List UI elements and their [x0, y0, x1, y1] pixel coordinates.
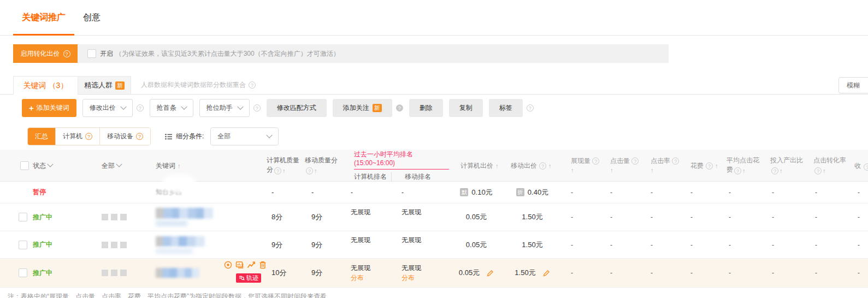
tab-keyword-promotion-label: 关键词推广: [22, 13, 66, 22]
tab-creative-label: 创意: [83, 13, 101, 22]
pc-quality-value: -: [262, 188, 302, 196]
help-icon[interactable]: ?: [814, 167, 822, 174]
column-pc-quality[interactable]: 计算机质量分?↑: [267, 156, 302, 176]
help-icon[interactable]: ?: [592, 157, 599, 165]
report-icon[interactable]: [235, 261, 244, 269]
column-avg-click-cost[interactable]: 平均点击花费?↑: [727, 156, 762, 176]
rank-distribution-link[interactable]: 分布: [401, 273, 415, 283]
plus-icon: +: [29, 104, 34, 112]
column-clicks[interactable]: 点击量 ? ↑: [600, 150, 641, 182]
help-icon[interactable]: ?: [672, 157, 679, 165]
metric-value: -: [805, 213, 848, 221]
help-icon[interactable]: ?: [706, 162, 713, 170]
edit-bid-icon[interactable]: [487, 270, 494, 277]
row-checkbox[interactable]: [19, 268, 27, 277]
tab-keywords[interactable]: 关键词 （3）: [13, 76, 78, 95]
column-truncated[interactable]: 收 ?: [854, 161, 868, 171]
column-roi[interactable]: 投入产出比 ?↑: [770, 156, 805, 176]
grab-top-dropdown[interactable]: 抢首条: [150, 99, 193, 117]
modify-bid-dropdown[interactable]: 修改出价: [82, 99, 133, 117]
help-icon[interactable]: ?: [306, 167, 313, 174]
keyword-audience-tabs: 关键词 （3） 精选人群 新 人群数据和关键词数据部分数据重合 ? 模糊: [0, 76, 868, 95]
help-icon[interactable]: ?: [136, 133, 143, 140]
column-mobile-quality[interactable]: 移动质量分?↑: [305, 156, 343, 176]
target-icon[interactable]: [224, 261, 232, 269]
mobile-rank-value: 无展现: [392, 231, 449, 245]
column-all-filter[interactable]: 全部: [102, 161, 143, 171]
help-icon[interactable]: ?: [274, 167, 281, 174]
help-icon[interactable]: ?: [85, 133, 92, 140]
mobile-quality-value: -: [302, 188, 343, 196]
rank-distribution-link[interactable]: 分布: [351, 273, 364, 283]
fuzzy-button[interactable]: 模糊: [839, 77, 868, 94]
tab-creative[interactable]: 创意: [74, 12, 109, 35]
enable-conversion-bid-button[interactable]: 启用转化出价 ?: [13, 44, 78, 63]
condition-select[interactable]: 全部: [210, 127, 279, 145]
track-button[interactable]: 轨迹: [236, 273, 261, 283]
column-cvr[interactable]: 点击转化率 ?↑: [813, 156, 848, 176]
help-icon[interactable]: ?: [396, 104, 403, 112]
select-all-checkbox[interactable]: [20, 161, 29, 170]
add-keyword-button[interactable]: + 添加关键词: [22, 99, 76, 117]
trend-chart-icon[interactable]: [247, 261, 256, 269]
chevron-down-icon: [120, 103, 126, 109]
summary-label: 汇总: [35, 132, 48, 141]
help-icon[interactable]: ?: [734, 167, 741, 174]
help-icon[interactable]: ?: [137, 104, 144, 112]
sort-up-icon: ↑: [823, 167, 826, 174]
device-tab-summary[interactable]: 汇总: [28, 128, 55, 145]
help-icon[interactable]: ?: [527, 104, 534, 112]
metric-value: -: [561, 213, 600, 221]
sort-up-icon: ↑: [742, 167, 746, 174]
column-pc-rank[interactable]: 计算机排名: [343, 172, 392, 182]
delete-button[interactable]: 删除: [409, 99, 443, 117]
help-icon[interactable]: ?: [771, 167, 778, 174]
column-mobile-rank[interactable]: 移动排名: [392, 172, 449, 182]
column-impressions[interactable]: 展现量 ? ↑: [561, 150, 600, 182]
row-checkbox[interactable]: [19, 213, 27, 221]
tag-button[interactable]: 标签: [489, 99, 523, 117]
column-cost-label: 花费: [690, 161, 704, 171]
device-tab-mobile[interactable]: 移动设备 ?: [99, 128, 150, 145]
new-badge: 新: [373, 104, 382, 112]
banner-note: （为保证效果，该宝贝近3天累计点击量大于300（不含定向推广）才可激活）: [115, 49, 340, 59]
add-watch-button[interactable]: 添加关注 新: [333, 99, 392, 117]
column-keyword[interactable]: 关键词 ↑: [156, 161, 262, 171]
chevron-down-icon: [47, 161, 53, 167]
rank-assistant-dropdown[interactable]: 抢位助手: [199, 99, 250, 117]
help-icon[interactable]: ?: [253, 104, 261, 112]
column-cost[interactable]: 花费 ? ↑: [690, 161, 719, 171]
column-mobile-bid[interactable]: 移动出价 ? ↑: [511, 161, 561, 171]
row-action-icons: [224, 261, 267, 269]
device-tab-pc[interactable]: 计算机 ?: [55, 128, 99, 145]
modify-match-button[interactable]: 修改匹配方式: [267, 99, 327, 117]
conversion-bid-banner: 启用转化出价 ? 开启 （为保证效果，该宝贝近3天累计点击量大于300（不含定向…: [13, 44, 669, 63]
enable-checkbox[interactable]: [87, 49, 96, 58]
help-icon[interactable]: ?: [249, 81, 256, 89]
condition-label-text: 细分条件:: [176, 132, 204, 141]
mobile-label: 移动设备: [107, 132, 133, 141]
masked-keyword: [156, 208, 213, 226]
list-icon: [165, 133, 173, 140]
column-ctr[interactable]: 点击率 ? ↑: [641, 150, 681, 182]
help-icon[interactable]: ?: [539, 162, 546, 170]
column-status[interactable]: 状态: [33, 161, 91, 171]
help-icon[interactable]: ?: [63, 50, 70, 57]
status-badge: 推广中: [31, 240, 91, 249]
pc-quality-value: 8分: [262, 212, 302, 222]
help-icon[interactable]: ?: [864, 163, 868, 171]
copy-button[interactable]: 复制: [449, 99, 483, 117]
metric-value: -: [681, 241, 719, 249]
column-pc-bid[interactable]: 计算机出价 ↑: [460, 161, 504, 171]
keyword-count: （3）: [49, 81, 68, 91]
tab-audience[interactable]: 精选人群 新: [78, 76, 131, 94]
trash-icon[interactable]: [259, 261, 267, 269]
tab-keyword-promotion[interactable]: 关键词推广: [13, 12, 74, 35]
row-checkbox[interactable]: [19, 241, 27, 249]
metric-value: -: [848, 269, 868, 277]
metric-value: -: [719, 213, 762, 221]
edit-bid-icon[interactable]: [543, 270, 550, 277]
table-row: 推广中: [0, 259, 868, 288]
help-icon[interactable]: ?: [631, 157, 639, 165]
keyword-toolbar: + 添加关键词 修改出价 ? 抢首条 抢位助手 ? 修改匹配方式 添加关注 新 …: [22, 99, 868, 117]
